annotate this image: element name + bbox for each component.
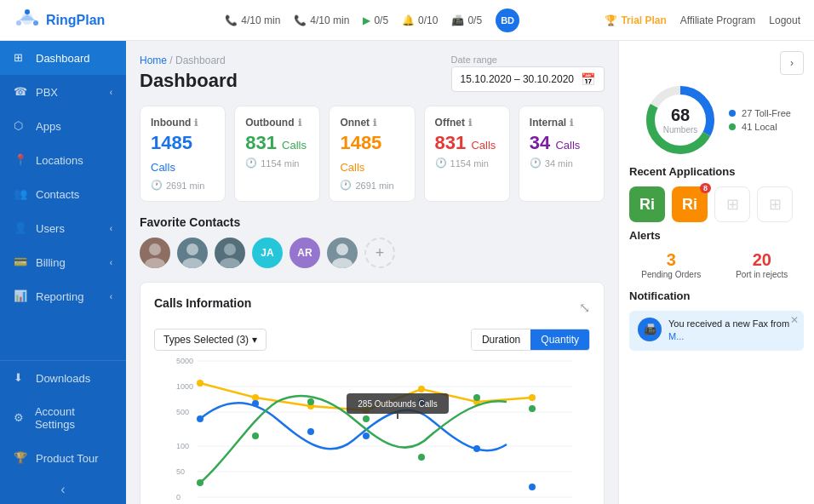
clock-icon-outbound: 🕐 [245, 158, 257, 169]
notification-section: Notification 📠 You received a new Fax fr… [629, 289, 804, 351]
sidebar-item-account-settings[interactable]: ⚙ Account Settings [0, 395, 126, 441]
stat-play: ▶ 0/5 [363, 14, 388, 26]
header-right: 🏆 Trial Plan Affiliate Program Logout [605, 14, 800, 26]
svg-point-30 [529, 394, 536, 401]
contacts-icon: 👥 [14, 187, 27, 201]
fax-icon: 📠 [644, 324, 656, 335]
sidebar-item-locations[interactable]: 📍 Locations [0, 143, 126, 177]
svg-text:50: 50 [176, 467, 185, 476]
chevron-icon-billing: ‹ [110, 258, 112, 267]
settings-icon: ⚙ [14, 411, 26, 425]
sidebar-item-users[interactable]: 👤 Users ‹ [0, 211, 126, 245]
sidebar-item-pbx[interactable]: ☎ PBX ‹ [0, 75, 126, 109]
affiliate-link[interactable]: Affiliate Program [680, 14, 755, 26]
outbound-unit: Calls [282, 139, 307, 152]
outbound-sub: 1154 min [261, 158, 299, 169]
avatar-3[interactable] [215, 238, 245, 268]
port-in-rejects-label: Port in rejects [720, 270, 805, 279]
notification-icon: 📠 [638, 318, 662, 341]
users-icon: 👤 [14, 221, 27, 235]
svg-point-8 [224, 243, 236, 255]
clock-icon-offnet: 🕐 [435, 158, 447, 169]
notification-close-button[interactable]: ✕ [790, 314, 799, 326]
type-select[interactable]: Types Selected (3) ▾ [154, 329, 267, 351]
expand-icon: › [790, 57, 794, 69]
svg-point-40 [307, 398, 314, 405]
logout-link[interactable]: Logout [769, 14, 800, 26]
add-contact-button[interactable]: + [364, 238, 395, 268]
avatar-ar[interactable]: AR [289, 238, 320, 268]
stat-voicemail-value: 0/10 [418, 14, 438, 26]
donut-label: Numbers [663, 125, 698, 135]
avatar-5[interactable] [327, 238, 358, 268]
onnet-info-icon: ℹ [373, 117, 376, 129]
svg-point-34 [363, 432, 370, 439]
onnet-label: Onnet [340, 117, 370, 129]
dropdown-icon: ▾ [252, 334, 257, 346]
main-layout: ⊞ Dashboard ☎ PBX ‹ ⬡ Apps 📍 Locations 👥… [0, 0, 814, 504]
numbers-section: 68 Numbers 27 Toll-Free 41 Local [629, 82, 804, 158]
stat-fax-value: 0/5 [467, 14, 482, 26]
chevron-icon-reporting: ‹ [110, 292, 112, 301]
favorite-contacts-title: Favorite Contacts [140, 215, 605, 229]
app-placeholder-1: ⊞ [714, 186, 750, 222]
sidebar-item-contacts[interactable]: 👥 Contacts [0, 177, 126, 211]
toll-free-label: 27 Toll-Free [742, 108, 791, 118]
shrink-icon[interactable]: ⤡ [579, 300, 590, 316]
notification-card: 📠 You received a new Fax from M... ✕ [629, 311, 804, 351]
app-initials-1: Ri [639, 196, 655, 214]
inbound-label: Inbound [151, 117, 191, 129]
svg-point-31 [197, 415, 204, 422]
inbound-unit: Calls [151, 161, 175, 174]
sidebar-item-apps[interactable]: ⬡ Apps [0, 109, 126, 143]
trial-plan-badge[interactable]: 🏆 Trial Plan [605, 14, 666, 26]
chevron-icon: ‹ [110, 88, 112, 97]
calls-info-section: Calls Information ⤡ Types Selected (3) ▾… [140, 282, 605, 504]
app-icon-2[interactable]: Ri 8 [672, 186, 708, 222]
svg-point-28 [418, 386, 425, 392]
chevron-icon-users: ‹ [110, 224, 112, 233]
app-icon-1[interactable]: Ri [629, 186, 665, 222]
date-range-section: Date range 15.10.2020 – 30.10.2020 📅 [451, 54, 605, 92]
right-expand-section: › [629, 51, 804, 75]
sidebar-collapse-button[interactable]: ‹ [0, 475, 126, 504]
billing-icon: 💳 [14, 255, 27, 269]
svg-point-38 [197, 479, 204, 486]
avatar-1[interactable] [140, 238, 170, 268]
port-in-rejects-card: 20 Port in rejects [720, 250, 805, 279]
breadcrumb-home[interactable]: Home [140, 54, 167, 66]
quantity-button[interactable]: Quantity [530, 329, 589, 350]
date-range-input[interactable]: 15.10.2020 – 30.10.2020 📅 [451, 66, 605, 92]
sidebar-item-downloads[interactable]: ⬇ Downloads [0, 361, 126, 395]
grid-icon-2: ⊞ [769, 195, 782, 214]
offnet-unit: Calls [471, 139, 496, 152]
internal-info-icon: ℹ [570, 117, 573, 129]
sidebar-item-users-label: Users [36, 222, 65, 235]
svg-point-3 [16, 20, 21, 26]
locations-icon: 📍 [14, 153, 27, 167]
svg-point-1 [25, 9, 30, 14]
sidebar-item-product-tour[interactable]: 🏆 Product Tour [0, 441, 126, 475]
clock-icon-inbound: 🕐 [151, 180, 163, 191]
avatar-ja-initials: JA [261, 247, 273, 259]
sidebar-item-dashboard[interactable]: ⊞ Dashboard [0, 41, 126, 75]
stat-card-outbound: Outbound ℹ 831 Calls 🕐 1154 min [234, 106, 320, 202]
duration-button[interactable]: Duration [472, 329, 530, 350]
stat-call-blue: 📞 4/10 min [225, 14, 280, 26]
sidebar-item-billing[interactable]: 💳 Billing ‹ [0, 245, 126, 279]
stat-call-green: 📞 4/10 min [294, 14, 349, 26]
clock-icon-internal: 🕐 [530, 158, 542, 169]
svg-point-44 [529, 405, 536, 412]
sidebar-item-dashboard-label: Dashboard [36, 52, 90, 65]
app-badge-2: 8 [700, 183, 711, 193]
notification-link[interactable]: M... [668, 331, 684, 341]
sidebar-item-reporting[interactable]: 📊 Reporting ‹ [0, 279, 126, 313]
offnet-label: Offnet [435, 117, 465, 129]
add-icon: + [375, 244, 385, 262]
svg-point-33 [307, 428, 314, 435]
expand-button[interactable]: › [780, 51, 804, 75]
logo-icon [14, 7, 41, 34]
avatar-2[interactable] [177, 238, 208, 268]
sidebar-item-contacts-label: Contacts [36, 188, 79, 201]
avatar-ja[interactable]: JA [252, 238, 283, 268]
